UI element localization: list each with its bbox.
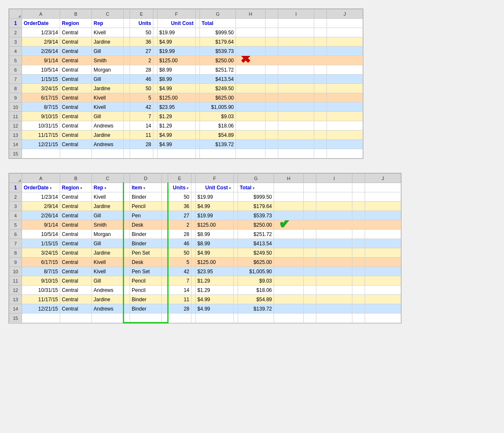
row-num: 14	[9, 140, 22, 149]
row-num: 4	[9, 211, 22, 220]
filter-arrow-a[interactable]: ▼	[49, 186, 53, 190]
col-f-header[interactable]: F	[158, 9, 196, 19]
gap1-cell	[124, 202, 130, 211]
cost-cell: $23.95	[158, 103, 196, 112]
empty-i	[278, 47, 314, 56]
col-a-header[interactable]: A	[22, 9, 60, 19]
units-cell: 50	[130, 84, 153, 93]
col-c-header[interactable]: C	[92, 9, 124, 19]
col-e-header[interactable]: E	[130, 9, 153, 19]
empty-i	[278, 103, 314, 112]
bottom-col-e-header[interactable]: E	[168, 174, 191, 183]
total-cell: $539.73	[238, 211, 274, 220]
empty-h	[236, 149, 266, 158]
gap3-cell	[196, 75, 200, 84]
bottom-hdr-total: Total▼	[238, 183, 274, 192]
filter-arrow-d[interactable]: ▼	[143, 186, 146, 190]
col-fg-gap	[196, 9, 200, 19]
gap3-cell	[191, 239, 196, 248]
bottom-col-b-header[interactable]: B	[60, 174, 92, 183]
total-cell: $251.72	[200, 65, 236, 75]
region-cell: Central	[60, 192, 92, 202]
empty-gap4	[266, 47, 278, 56]
gap1-cell	[124, 56, 130, 65]
date-cell: 8/7/15	[22, 267, 60, 276]
bottom-col-a-header[interactable]: A	[22, 174, 60, 183]
gap1-cell	[124, 286, 130, 295]
col-h-header[interactable]: H	[236, 9, 266, 19]
empty-j	[327, 93, 363, 103]
hdr-gap1	[124, 19, 130, 28]
filter-arrow-f[interactable]: ▼	[228, 186, 232, 190]
gap3-cell	[191, 276, 196, 286]
region-cell: Central	[60, 56, 92, 65]
bottom-col-c-header[interactable]: C	[92, 174, 124, 183]
gap2-cell	[162, 230, 168, 239]
empty-gap6	[352, 314, 365, 323]
gap3-cell	[191, 304, 196, 314]
filter-arrow-c[interactable]: ▼	[104, 186, 107, 190]
bottom-table: A B C D E F G H I J	[9, 173, 401, 323]
gap2-cell	[162, 220, 168, 230]
filter-arrow-g[interactable]: ▼	[252, 186, 255, 190]
row-num: 10	[9, 103, 22, 112]
empty-gap5	[314, 121, 327, 130]
total-cell: $249.50	[238, 248, 274, 258]
empty-i	[316, 276, 352, 286]
gap3-cell	[196, 65, 200, 75]
empty-j	[365, 286, 401, 295]
region-cell: Central	[60, 140, 92, 149]
bottom-col-d-header[interactable]: D	[130, 174, 162, 183]
rep-cell: Gill	[92, 276, 124, 286]
hdr-orderdate: OrderDate	[22, 19, 60, 28]
item-cell	[130, 314, 162, 323]
bottom-col-i-header[interactable]: I	[316, 174, 352, 183]
row-num: 13	[9, 295, 22, 304]
gap4-cell	[234, 295, 238, 304]
bottom-col-j-header[interactable]: J	[365, 174, 401, 183]
bottom-col-g-header[interactable]: G	[238, 174, 274, 183]
date-cell: 1/23/14	[22, 28, 60, 37]
row-num: 6	[9, 65, 22, 75]
total-cell: $9.03	[238, 276, 274, 286]
total-cell: $1,005.90	[238, 267, 274, 276]
gap1-cell	[124, 220, 130, 230]
bottom-col-h-header[interactable]: H	[274, 174, 304, 183]
hdr-gap2	[153, 19, 158, 28]
row-num: 3	[9, 37, 22, 47]
col-g-header[interactable]: G	[200, 9, 236, 19]
bottom-col-f-header[interactable]: F	[196, 174, 234, 183]
cost-cell: $19.99	[158, 28, 196, 37]
col-j-header[interactable]: J	[327, 9, 363, 19]
empty-j	[327, 121, 363, 130]
bottom-hdr-region: Region▼	[60, 183, 92, 192]
rep-cell: Jardine	[92, 295, 124, 304]
empty-gap5	[304, 239, 316, 248]
gap4-cell	[234, 304, 238, 314]
bottom-spreadsheet-wrapper: A B C D E F G H I J	[8, 173, 496, 325]
gap4-cell	[234, 192, 238, 202]
col-i-header[interactable]: I	[278, 9, 314, 19]
cost-cell: $1.29	[196, 276, 234, 286]
gap4-cell	[234, 220, 238, 230]
item-cell: Binder	[130, 192, 162, 202]
empty-h	[274, 286, 304, 295]
filter-arrow-e[interactable]: ▼	[186, 186, 189, 190]
bottom-col-fg-gap	[234, 174, 238, 183]
units-cell: 14	[168, 286, 191, 295]
gap3-cell	[191, 211, 196, 220]
empty-gap4	[266, 93, 278, 103]
date-cell: 2/9/14	[22, 202, 60, 211]
bottom-hdr-orderdate: OrderDate▼	[22, 183, 60, 192]
hdr-region: Region	[60, 19, 92, 28]
gap1-cell	[124, 65, 130, 75]
gap4-cell	[234, 314, 238, 323]
region-cell: Central	[60, 276, 92, 286]
table-row: 10 8/7/15 Central Kivell Pen Set 42 $23.…	[9, 267, 401, 276]
empty-j	[327, 84, 363, 93]
cost-cell: $8.99	[158, 75, 196, 84]
filter-arrow-b[interactable]: ▼	[80, 186, 83, 190]
col-b-header[interactable]: B	[60, 9, 92, 19]
row-num: 9	[9, 93, 22, 103]
red-x-icon: ✖	[240, 56, 251, 65]
